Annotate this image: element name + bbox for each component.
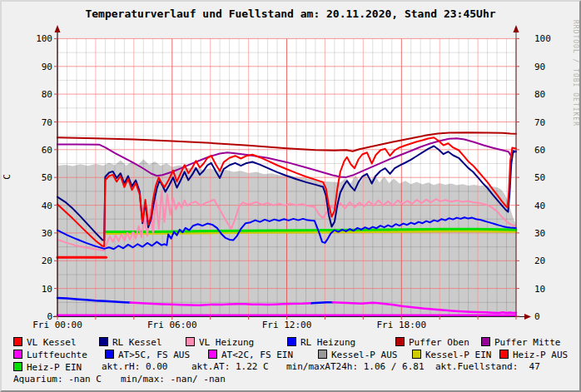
legend-stat: akt.AT: 1.22 C	[191, 362, 269, 373]
x-axis-tick-label: Fri 06:00	[147, 320, 197, 330]
y-axis-tick-label-right: 50	[534, 172, 545, 183]
legend-label: VL Kessel	[27, 337, 77, 348]
legend-item: Heiz-P EIN	[13, 362, 82, 373]
legend-item: Kessel-P EIN	[412, 350, 491, 360]
legend-label: Puffer Mitte	[494, 337, 560, 348]
legend-label: min/max: -nan/ -nan	[121, 374, 226, 385]
legend-label: Kessel-P AUS	[331, 350, 397, 360]
y-axis-tick-label: 100	[36, 33, 52, 44]
y-axis-tick-label: 80	[42, 89, 52, 100]
legend-swatch-icon	[287, 337, 296, 346]
legend-label: RL Heizung	[300, 337, 355, 348]
x-axis-tick-label: Fri 12:00	[262, 320, 312, 330]
legend-label: Kessel-P EIN	[425, 350, 491, 360]
y-axis-tick-label: 70	[42, 117, 52, 128]
legend-label: akt.Fuellstand: 47	[435, 361, 540, 372]
legend-label: VL Heizung	[199, 337, 254, 348]
legend-swatch-icon	[105, 350, 114, 359]
legend-stat: min/max: -nan/ -nan	[121, 375, 226, 385]
legend-item: VL Kessel	[13, 337, 77, 348]
legend-item: RL Kessel	[99, 337, 162, 348]
y-axis-tick-label-right: 10	[534, 284, 545, 295]
legend-label: Heiz-P EIN	[27, 362, 82, 373]
legend-label: RL Kessel	[112, 337, 162, 348]
y-axis-tick-label-right: 70	[534, 117, 545, 128]
legend-stat: Aquarium: -nan C	[13, 375, 102, 385]
legend-swatch-icon	[318, 350, 327, 359]
legend-stat: akt.rH: 0.00	[102, 362, 167, 373]
legend-item: Luftfeuchte	[13, 350, 87, 360]
legend-swatch-icon	[412, 350, 421, 359]
legend-swatch-icon	[481, 337, 490, 346]
chart-canvas: 0010102020303040405050606070708080909010…	[2, 2, 581, 335]
legend-label: Heiz-P AUS	[513, 350, 568, 360]
y-axis-tick-label: 20	[42, 256, 52, 266]
y-axis-tick-label-right: 60	[534, 145, 545, 156]
y-axis-tick-label: 30	[42, 228, 52, 239]
legend-swatch-icon	[395, 337, 405, 346]
legend-item: Kessel-P AUS	[318, 350, 397, 360]
series-at-5c-fs-aus	[311, 302, 332, 303]
legend-swatch-icon	[13, 337, 22, 346]
y-axis-tick-label-right: 20	[534, 256, 545, 266]
y-axis-tick-label-right: 90	[534, 62, 545, 72]
x-axis-tick-label: Fri 18:00	[376, 320, 426, 330]
legend-item: VL Heizung	[186, 337, 254, 348]
y-axis-unit-label: C	[2, 161, 12, 194]
legend-swatch-icon	[186, 337, 195, 346]
y-axis-tick-label: 40	[42, 201, 52, 211]
legend-label: Puffer Oben	[409, 337, 469, 348]
y-axis-tick-label-right: 100	[534, 33, 551, 44]
legend-item: Puffer Oben	[395, 337, 469, 348]
legend-item: Heiz-P AUS	[499, 350, 568, 360]
legend-item: RL Heizung	[287, 337, 355, 348]
legend-item: AT<2C, FS EIN	[208, 350, 293, 360]
legend-swatch-icon	[99, 337, 108, 346]
x-axis-tick-label: Fri 00:00	[32, 320, 82, 330]
rrdtool-graph: Temperaturverlauf und Fuellstand am: 20.…	[0, 0, 581, 392]
y-axis-tick-label-right: 0	[534, 311, 540, 322]
y-axis-tick-label-right: 80	[534, 89, 545, 100]
y-axis-tick-label: 10	[42, 284, 52, 295]
legend-label: min/maxAT24h: 1.06 / 6.81	[286, 361, 425, 372]
rrdtool-watermark: RRDTOOL / TOBI OETIKER	[572, 20, 579, 127]
y-axis-tick-label: 50	[42, 172, 52, 183]
legend-stat: min/maxAT24h: 1.06 / 6.81	[286, 362, 425, 373]
legend-item: AT>5C, FS AUS	[105, 350, 190, 360]
legend-label: akt.AT: 1.22 C	[191, 361, 269, 372]
y-axis-tick-label-right: 30	[534, 228, 545, 239]
legend-item: Puffer Mitte	[481, 337, 560, 348]
y-axis-tick-label-right: 40	[534, 201, 545, 211]
legend-label: Luftfeuchte	[27, 350, 87, 360]
legend-label: akt.rH: 0.00	[102, 361, 167, 372]
legend-label: Aquarium: -nan C	[13, 374, 102, 385]
y-axis-tick-label: 60	[42, 145, 52, 156]
legend-label: AT>5C, FS AUS	[118, 350, 190, 360]
legend-swatch-icon	[13, 362, 22, 371]
y-axis-tick-label: 90	[42, 62, 52, 72]
legend-swatch-icon	[499, 350, 509, 359]
legend-stat: akt.Fuellstand: 47	[435, 362, 540, 373]
legend-swatch-icon	[13, 350, 22, 359]
legend-label: AT<2C, FS EIN	[221, 350, 293, 360]
legend-swatch-icon	[208, 350, 217, 359]
